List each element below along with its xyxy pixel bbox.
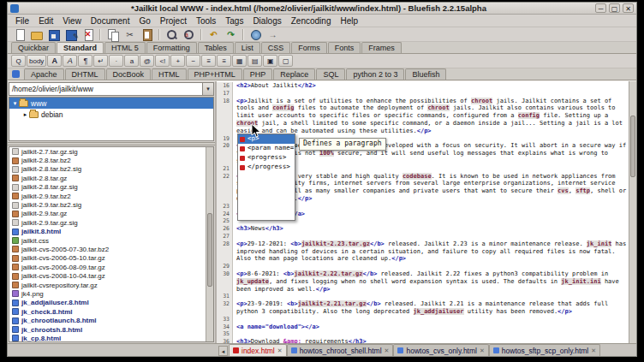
editor-scroll-thumb[interactable] bbox=[630, 116, 635, 177]
directory-combo[interactable]: /home2/olivier/jailkit/www ▾ bbox=[9, 82, 214, 96]
file-item[interactable]: jailkit-cvs-2005-07-30.tar.bz2 bbox=[9, 245, 213, 253]
toolbar-tab-fonts[interactable]: Fonts bbox=[328, 42, 361, 53]
doc-tab-howtos_cvs_only.html[interactable]: howtos_cvs_only.html✕ bbox=[393, 344, 488, 356]
file-item[interactable]: jailkit.8.html bbox=[9, 228, 213, 236]
file-list-scroll-thumb[interactable] bbox=[207, 213, 212, 287]
file-item[interactable]: jailkit-2.7.tar.gz.sig bbox=[9, 147, 213, 156]
file-item[interactable]: jailkit-2.9.tar.gz bbox=[9, 210, 213, 218]
toolbar-tab-quickbar[interactable]: Quickbar bbox=[11, 42, 56, 53]
cut-button[interactable] bbox=[122, 28, 138, 41]
file-item[interactable]: jailkit.css bbox=[9, 236, 213, 245]
nbsp-icon[interactable]: · bbox=[109, 55, 123, 67]
file-item[interactable]: jailkit-2.8.tar.gz bbox=[9, 174, 213, 182]
bold-icon[interactable]: A bbox=[47, 55, 62, 67]
autocomplete-item[interactable]: <progress> bbox=[238, 153, 295, 163]
new-doc-button[interactable] bbox=[11, 28, 27, 41]
expander-icon[interactable]: ▸ bbox=[21, 111, 29, 118]
file-item[interactable]: jailkit-2.9.tar.bz2.sig bbox=[9, 200, 213, 209]
open-file-button[interactable] bbox=[28, 28, 45, 41]
paragraph-icon[interactable]: ¶ bbox=[78, 55, 92, 67]
table-data-icon[interactable]: ▢ bbox=[278, 55, 293, 67]
doc-tab-close-icon[interactable]: ✕ bbox=[591, 347, 596, 354]
menu-view[interactable]: View bbox=[58, 15, 86, 27]
file-item[interactable]: jk_chrootsh.8.html bbox=[9, 325, 213, 334]
toolbar-tab-html-5[interactable]: HTML 5 bbox=[104, 42, 146, 53]
snippets-tab-dhtml[interactable]: DHTML bbox=[65, 68, 105, 80]
file-item[interactable]: jailkit-cvs-2008-10-04.tar.gz bbox=[9, 271, 213, 280]
file-item[interactable]: jk4.png bbox=[9, 289, 213, 298]
quickstart-icon[interactable]: Q bbox=[11, 55, 26, 67]
menu-file[interactable]: File bbox=[11, 15, 33, 27]
doc-tab-close-icon[interactable]: ✕ bbox=[385, 347, 390, 354]
menu-tags[interactable]: Tags bbox=[221, 15, 247, 27]
copy-button[interactable] bbox=[104, 28, 121, 41]
tree-item-debian[interactable]: ▸debian bbox=[9, 109, 213, 120]
comment-icon[interactable]: <! bbox=[155, 55, 170, 67]
snippets-tab-replace[interactable]: Replace bbox=[273, 68, 315, 80]
toolbar-tab-formatting[interactable]: Formatting bbox=[146, 42, 197, 53]
snippets-tab-python-2-to-3[interactable]: python 2 to 3 bbox=[346, 68, 404, 80]
file-item[interactable]: jailkit-2.8.tar.bz2.sig bbox=[9, 165, 213, 174]
snippets-tab-html[interactable]: HTML bbox=[152, 68, 187, 80]
indenting-button[interactable] bbox=[265, 28, 281, 41]
toolbar-tab-frames[interactable]: Frames bbox=[361, 42, 402, 53]
toolbar-tab-forms[interactable]: Forms bbox=[291, 42, 327, 53]
undo-button[interactable] bbox=[206, 28, 222, 41]
tab-scroll-left-icon[interactable]: ◂ bbox=[218, 346, 228, 356]
paste-button[interactable] bbox=[139, 28, 155, 41]
find-button[interactable] bbox=[164, 28, 180, 41]
center-icon[interactable]: ≡ bbox=[201, 55, 216, 67]
file-list-scrollbar[interactable] bbox=[206, 147, 213, 341]
doc-tab-howtos_chroot_shell.html[interactable]: howtos_chroot_shell.html✕ bbox=[287, 344, 394, 356]
file-item[interactable]: jailkit-cvs-2006-05-10.tar.gz bbox=[9, 254, 213, 263]
save-as-button[interactable] bbox=[63, 28, 79, 41]
snippets-tab-docbook[interactable]: DocBook bbox=[106, 68, 152, 80]
snippets-tab-apache[interactable]: Apache bbox=[24, 68, 64, 80]
font-size-plus-icon[interactable]: + bbox=[170, 55, 185, 67]
file-item[interactable]: jk_cp.8.html bbox=[9, 334, 213, 342]
table-header-icon[interactable]: ▣ bbox=[263, 55, 277, 67]
panel-splitter[interactable] bbox=[8, 142, 215, 145]
expander-icon[interactable]: ▾ bbox=[11, 100, 19, 107]
line-break-icon[interactable]: ↵ bbox=[93, 55, 108, 67]
combo-dropdown-icon[interactable]: ▾ bbox=[202, 83, 213, 95]
snippets-tab-php[interactable]: PHP bbox=[243, 68, 273, 80]
snippets-tab-bluefish[interactable]: Bluefish bbox=[405, 68, 446, 80]
snippets-tab-sql[interactable]: SQL bbox=[316, 68, 345, 80]
titlebar[interactable]: *Jailkit local WWW - index.html (/home2/… bbox=[8, 3, 636, 15]
doc-tab-close-icon[interactable]: ✕ bbox=[480, 347, 485, 354]
toolbar-tab-list[interactable]: List bbox=[235, 42, 260, 53]
font-size-minus-icon[interactable]: − bbox=[186, 55, 200, 67]
toolbar-tab-css[interactable]: CSS bbox=[261, 42, 291, 53]
menu-zencoding[interactable]: Zencoding bbox=[287, 15, 336, 27]
file-item[interactable]: jailkit-cvsrepository.tar.gz bbox=[9, 281, 213, 289]
align-right-icon[interactable]: ≡ bbox=[217, 55, 231, 67]
find-replace-button[interactable] bbox=[181, 28, 197, 41]
email-icon[interactable]: @ bbox=[140, 55, 154, 67]
table-row-icon[interactable]: ▤ bbox=[247, 55, 262, 67]
tree-item-www[interactable]: ▾www bbox=[9, 98, 213, 109]
italic-icon[interactable]: A bbox=[63, 55, 77, 67]
menu-tools[interactable]: Tools bbox=[192, 15, 220, 27]
menu-dialogs[interactable]: Dialogs bbox=[248, 15, 285, 27]
file-item[interactable]: jk_chrootlaunch.8.html bbox=[9, 316, 213, 324]
menu-project[interactable]: Project bbox=[156, 15, 191, 27]
file-item[interactable]: jk_check.8.html bbox=[9, 307, 213, 316]
file-item[interactable]: jailkit-2.8.tar.gz.sig bbox=[9, 183, 213, 192]
file-item[interactable]: jk_addjailuser.8.html bbox=[9, 299, 213, 307]
file-item[interactable]: jailkit-2.9.tar.bz2 bbox=[9, 192, 213, 200]
close-button[interactable]: ✕ bbox=[623, 3, 634, 13]
toolbar-tab-standard[interactable]: Standard bbox=[57, 42, 104, 53]
minimize-button[interactable]: ─ bbox=[595, 3, 606, 13]
editor-scrollbar[interactable] bbox=[629, 81, 636, 343]
menu-help[interactable]: Help bbox=[336, 15, 362, 27]
autocomplete-item[interactable]: <p> bbox=[238, 134, 295, 144]
menu-edit[interactable]: Edit bbox=[34, 15, 57, 27]
maximize-button[interactable]: ▢ bbox=[609, 3, 620, 13]
file-item[interactable]: jailkit-2.9.tar.gz.sig bbox=[9, 218, 213, 227]
file-item[interactable]: jailkit-cvs-2006-08-09.tar.gz bbox=[9, 263, 213, 271]
snippets-tab-php-html[interactable]: PHP+HTML bbox=[188, 68, 242, 80]
body-tag-icon[interactable]: body bbox=[27, 55, 46, 67]
table-icon[interactable]: ▦ bbox=[232, 55, 247, 67]
preview-browser-button[interactable] bbox=[247, 28, 264, 41]
